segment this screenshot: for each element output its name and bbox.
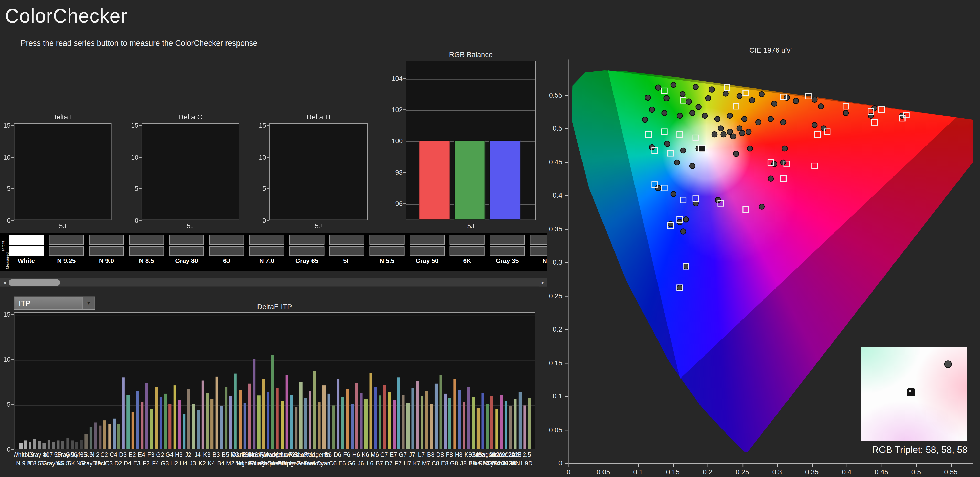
swatch-scrollbar[interactable]: ◄ ► xyxy=(0,278,547,287)
scrollbar-thumb[interactable] xyxy=(9,279,60,286)
deltae-bar xyxy=(57,441,60,449)
deltae-patch-label: D6 xyxy=(334,451,341,458)
deltae-bar xyxy=(29,442,32,449)
deltae-bar xyxy=(481,393,484,449)
deltae-patch-label: C6 xyxy=(329,460,337,467)
measured-point xyxy=(655,85,661,90)
cie-zoom-inset xyxy=(861,347,967,441)
measured-point xyxy=(723,91,729,96)
target-point xyxy=(780,176,786,181)
swatch-name: Gray 65 xyxy=(289,257,324,264)
ytick-mark xyxy=(403,109,406,110)
ytick-label: 15 xyxy=(122,122,138,129)
deltae-bar xyxy=(211,399,213,448)
y-tick-mark xyxy=(565,463,568,463)
deltae-bar xyxy=(519,392,521,448)
deltae-bar xyxy=(201,380,204,448)
scroll-right-button[interactable]: ► xyxy=(538,278,547,287)
deltae-bar xyxy=(360,393,363,449)
swatch-cell: Gray 80 xyxy=(169,235,204,264)
deltae-patch-label: N 8.5 xyxy=(27,460,41,467)
measured-point xyxy=(812,97,817,102)
deltae-patch-label: J2 xyxy=(185,451,191,458)
deltae-bar xyxy=(486,404,489,448)
scroll-left-button[interactable]: ◄ xyxy=(0,278,9,287)
deltae-bar xyxy=(164,394,167,448)
deltae-bar xyxy=(267,392,269,448)
y-tick-label: 0.2 xyxy=(542,325,562,333)
swatch-name: Gray 80 xyxy=(169,257,204,264)
measured-point xyxy=(655,185,661,190)
x-tick-label: 0.2 xyxy=(703,468,712,475)
y-tick-label: 0.05 xyxy=(542,426,562,433)
ytick-label: 104 xyxy=(387,74,403,82)
deltae-bar xyxy=(220,406,223,449)
delta-l-chart: Delta L 5J 151050 xyxy=(14,123,111,220)
swatch-name: 6K xyxy=(450,257,485,264)
x-tick-mark xyxy=(812,464,812,467)
deltae-bar xyxy=(472,397,475,448)
deltae-bar xyxy=(178,400,181,448)
y-tick-mark xyxy=(565,430,568,430)
deltae-bar xyxy=(402,395,405,448)
deltae-bar xyxy=(332,406,335,448)
swatch-target-tile xyxy=(129,235,164,244)
measured-point xyxy=(681,229,686,234)
deltae-patch-label: N1 xyxy=(515,460,523,467)
deltae-bar xyxy=(411,388,414,448)
y-tick-mark xyxy=(565,195,568,196)
x-tick-label: 0.5 xyxy=(912,468,921,475)
measured-point xyxy=(737,93,742,99)
deltae-bar xyxy=(145,383,148,448)
deltae-patch-label: F3 xyxy=(148,451,154,458)
deltae-patch-label: C8 xyxy=(431,460,439,467)
deltae-patch-label: E 2.5 xyxy=(517,451,531,458)
target-point xyxy=(680,97,686,103)
deltae-bar xyxy=(299,382,302,448)
swatch-target-tile xyxy=(209,235,244,244)
y-tick-label: 0.15 xyxy=(542,359,562,366)
deltae-bar xyxy=(103,421,106,448)
deltae-bar xyxy=(449,398,452,448)
deltae-bar xyxy=(113,419,115,448)
ytick-label: 5 xyxy=(122,185,138,192)
delta-c-title: Delta C xyxy=(142,113,239,121)
swatch-target-label: Target xyxy=(1,241,5,252)
swatch-cell: White xyxy=(9,235,44,264)
delta-c-xlabel: 5J xyxy=(142,222,239,230)
measured-point xyxy=(677,285,682,290)
measured-point xyxy=(664,141,670,147)
ytick-mark xyxy=(11,189,14,189)
y-tick-mark xyxy=(565,162,568,162)
deltae-bar xyxy=(136,391,139,449)
deltae-patch-label: E7 xyxy=(390,451,397,458)
measured-point xyxy=(872,106,877,111)
deltae-bar xyxy=(215,377,218,448)
y-tick-mark xyxy=(565,396,568,397)
deltae-plot xyxy=(14,312,535,449)
ytick-mark xyxy=(403,172,406,173)
ytick-mark xyxy=(11,449,14,450)
deltae-bar xyxy=(141,402,143,448)
measured-point xyxy=(680,92,685,97)
measured-point xyxy=(689,163,695,168)
swatch-cell: N 5.5 xyxy=(369,235,404,264)
deltae-patch-label: D4 xyxy=(124,460,131,467)
measured-point xyxy=(782,146,787,151)
delta-c-chart: Delta C 5J 151050 xyxy=(142,123,239,220)
swatch-measured-tile xyxy=(409,246,445,256)
ytick-label: 102 xyxy=(387,105,403,113)
ytick-mark xyxy=(11,314,14,315)
colorchecker-swatch-strip: Target Measured WhiteN 9.25N 9.0N 8.5Gra… xyxy=(0,233,547,271)
swatch-cell: Gray 35 xyxy=(490,235,525,264)
x-tick-label: 0.45 xyxy=(875,468,888,475)
swatch-target-tile xyxy=(409,235,445,244)
target-point xyxy=(662,185,667,191)
deltae-bar xyxy=(38,441,41,448)
measured-point xyxy=(759,92,765,97)
deltae-bar xyxy=(528,398,531,448)
target-point xyxy=(733,104,739,109)
measured-point xyxy=(812,122,817,128)
target-point xyxy=(693,135,698,140)
scroll-left-icon: ◄ xyxy=(2,280,6,284)
